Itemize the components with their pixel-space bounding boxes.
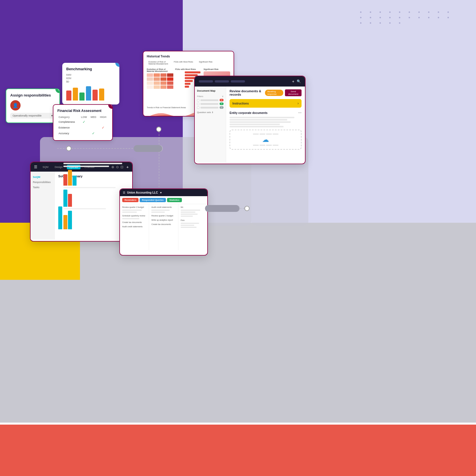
- risk-assessment-table: Category LOW MED HIGH Completeness ✓ Exi…: [57, 115, 108, 136]
- trends-tab-significant[interactable]: Significant Risk: [197, 60, 214, 66]
- union-stat-mc: Mc: [181, 206, 205, 208]
- plus-icon[interactable]: +: [292, 79, 294, 84]
- sqm-nav-tasks[interactable]: Tasks: [33, 185, 52, 190]
- awaiting-badge: Awaiting response: [265, 90, 283, 96]
- entity-section: Entity corporate documents ···: [230, 111, 302, 127]
- horiz-title: FSAs with Most Risks: [175, 68, 202, 70]
- flow-pill-center: [134, 145, 162, 152]
- bg-salmon: [0, 425, 476, 476]
- filter-checkbox-3[interactable]: [197, 107, 199, 109]
- sqm-line: [63, 208, 106, 209]
- sqm-multi-bars-3: [63, 211, 129, 229]
- text-line: [230, 119, 287, 120]
- trends-title: Historical Trends: [147, 55, 230, 58]
- union-accounting-card: ☰ Union Accounting LLC ▼ Reminders Respo…: [119, 188, 208, 256]
- trends-tab-evolution[interactable]: Evolution of Risk ofMaterial Misstatemen…: [147, 60, 170, 66]
- dot-grid-decoration: [360, 11, 453, 24]
- financial-card-title: Financial Risk Assessment: [57, 109, 108, 113]
- union-tab-reminders[interactable]: Reminders: [122, 198, 138, 202]
- chevron-right-icon: ›: [298, 101, 299, 105]
- doc-tab-2[interactable]: [215, 80, 229, 83]
- doc-header-tabs: [199, 80, 290, 83]
- benchmark-label-0: $0: [66, 80, 115, 83]
- text-line: [230, 124, 280, 125]
- category-accuracy: Accuracy: [57, 130, 79, 136]
- union-col-responded: Audit credit statements Review quarter 2…: [149, 204, 178, 250]
- sqm-chart-area: [58, 181, 129, 229]
- assign-responsibilities-card: ⇄ Assign responsibilities 👤 Operationall…: [6, 89, 60, 123]
- doc-main-header: Review documents & records Awaiting resp…: [230, 89, 302, 96]
- file-upload-section[interactable]: ☁: [230, 130, 302, 150]
- send-document-button[interactable]: Send document: [285, 89, 302, 96]
- flow-node-2: [156, 127, 161, 132]
- upload-icon: ☁: [262, 136, 269, 144]
- filter-badge-3: 1: [220, 106, 224, 109]
- sqm-multi-bars: [63, 170, 129, 186]
- union-content: Review quarter 2 budget Schedule quarter…: [120, 204, 207, 250]
- instructions-label: Instructions: [232, 102, 249, 105]
- document-review-card: + 🔍 Document Map Filters ∨ 8 5: [194, 76, 306, 164]
- union-item: Review quarter 2 budget: [122, 206, 146, 208]
- col-low: LOW: [79, 115, 89, 119]
- check-med-accuracy: ✓: [89, 130, 98, 136]
- sqm-nav-responsibilities[interactable]: Responsibilities: [33, 180, 52, 185]
- menu-icon[interactable]: ☰: [34, 165, 37, 169]
- union-col-statistics: Mc Firm: [178, 204, 207, 250]
- heatmap-title: Evolution of Risk of Material Misstateme…: [147, 68, 173, 72]
- financial-risk-card: ⊞ Financial Risk Assessment Category LOW…: [53, 104, 113, 141]
- benchmark-title: Benchmarking: [66, 67, 115, 71]
- union-tab-statistics[interactable]: Statistics: [167, 198, 182, 202]
- filters-label: Filters ∨: [197, 95, 224, 98]
- flow-node-1: [66, 146, 71, 151]
- trends-heatmap-section: Evolution of Risk of Material Misstateme…: [147, 68, 173, 105]
- doc-sidebar-title: Document Map: [197, 89, 224, 92]
- doc-main-title: Review documents & records: [230, 89, 265, 96]
- category-completeness: Completeness: [57, 119, 79, 125]
- doc-sidebar: Document Map Filters ∨ 8 5 1 Questi: [195, 87, 226, 163]
- union-firm-name: Union Accounting LLC: [127, 191, 158, 194]
- sqm-tab-design[interactable]: Design: [53, 165, 65, 169]
- union-item: Audit credit statements: [151, 206, 176, 208]
- filter-checkbox-1[interactable]: [197, 99, 199, 101]
- sqm-text-lines: [63, 162, 129, 229]
- more-options-icon[interactable]: ···: [298, 111, 302, 115]
- sqm-tab-sqm[interactable]: SQM: [40, 165, 51, 169]
- instructions-row[interactable]: Instructions ›: [230, 99, 302, 108]
- sqm-multi-bars-2: [63, 190, 129, 207]
- filter-badge-1: 8: [220, 99, 224, 101]
- assign-dropdown-label: Operationally responsible: [13, 114, 42, 117]
- upload-dash-decoration: [253, 134, 278, 134]
- trends-tab-fsas[interactable]: FSAs with Most Risks: [172, 60, 195, 66]
- assign-avatar: 👤: [10, 100, 21, 111]
- union-item: Create tax documents: [122, 221, 146, 224]
- doc-main: Review documents & records Awaiting resp…: [226, 87, 305, 163]
- financial-icon-bubble: ⊞: [108, 104, 113, 109]
- bar-2: [73, 88, 78, 101]
- heatmap-grid: [147, 73, 173, 89]
- col-med: MED: [89, 115, 98, 119]
- table-row: Completeness ✓: [57, 119, 108, 125]
- upload-dash-decoration-bottom: [253, 145, 278, 146]
- union-header: ☰ Union Accounting LLC ▼: [120, 189, 207, 196]
- benchmark-label-82m: 82M: [66, 77, 115, 80]
- union-item: Create tax documents: [151, 223, 176, 226]
- doc-tab-1[interactable]: [199, 80, 213, 83]
- doc-tab-3[interactable]: [231, 80, 245, 83]
- search-icon[interactable]: 🔍: [297, 79, 301, 83]
- assign-dropdown[interactable]: Operationally responsible ▼: [10, 113, 55, 119]
- bar-4: [86, 86, 91, 101]
- filter-checkbox-2[interactable]: [197, 103, 199, 105]
- col-category: Category: [57, 115, 79, 119]
- union-item: Review quarter 2 budget: [151, 214, 176, 217]
- union-tab-responded[interactable]: Responded Queries: [140, 198, 166, 202]
- check-low-accuracy: [79, 130, 89, 136]
- union-item: Write up analytics report: [151, 219, 176, 221]
- sqm-nav-soqm[interactable]: SoQM: [33, 174, 52, 180]
- sqm-bar-group-1: [58, 206, 62, 229]
- sqm-body: SoQM Responsibilities Tasks SoQM Summary: [31, 172, 132, 240]
- bar-3: [79, 93, 85, 101]
- doc-actions: Awaiting response Send document: [265, 89, 302, 96]
- bar-1: [66, 91, 71, 101]
- table-row: Accuracy ✓: [57, 130, 108, 136]
- text-line: [230, 126, 284, 127]
